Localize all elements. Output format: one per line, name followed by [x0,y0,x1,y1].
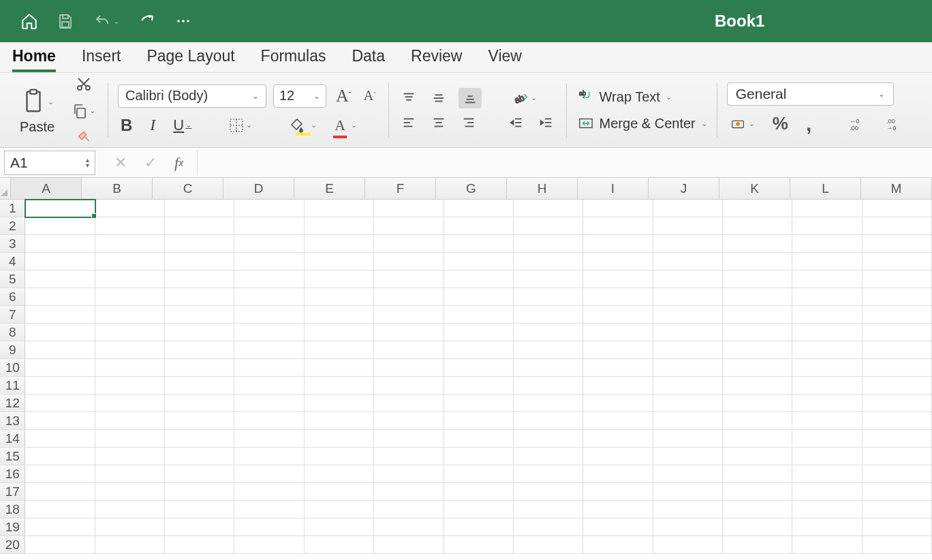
cell[interactable] [374,518,444,536]
cell[interactable] [653,288,723,306]
column-header[interactable]: M [861,178,932,200]
cell[interactable] [653,448,723,465]
increase-indent-icon[interactable] [536,112,557,133]
cell[interactable] [792,518,862,536]
column-header[interactable]: E [294,178,365,200]
cell[interactable] [863,501,932,518]
cell[interactable] [653,483,723,501]
cell[interactable] [25,253,95,270]
cell[interactable] [165,430,234,448]
cell[interactable] [444,430,514,448]
fill-color-icon[interactable]: ⌄ [286,114,320,136]
cell[interactable] [165,235,234,253]
cell[interactable] [863,324,932,341]
cell[interactable] [95,324,165,341]
save-icon[interactable] [57,13,74,29]
cell[interactable] [863,412,932,430]
cell[interactable] [863,536,932,554]
cell[interactable] [583,430,653,448]
underline-button[interactable]: U ⌄ [170,114,194,137]
cell[interactable] [863,394,932,412]
border-icon[interactable]: ⌄ [226,114,255,136]
cell[interactable] [583,412,653,430]
cell[interactable] [723,377,792,394]
cell[interactable] [863,377,932,394]
cell[interactable] [444,200,514,217]
cell[interactable] [514,430,583,448]
cell[interactable] [863,235,932,253]
cell[interactable] [305,448,374,465]
cell[interactable] [444,324,514,341]
cell[interactable] [444,448,514,465]
cell[interactable] [165,536,234,554]
cell[interactable] [234,448,304,465]
cell[interactable] [234,430,304,448]
cell[interactable] [25,394,95,412]
cell[interactable] [25,536,95,554]
cell[interactable] [25,270,95,288]
row-header[interactable]: 2 [0,217,25,235]
row-header[interactable]: 17 [0,483,25,501]
cell[interactable] [374,306,444,324]
tab-data[interactable]: Data [352,42,385,72]
row-header[interactable]: 3 [0,235,25,253]
cell[interactable] [95,518,165,536]
cell[interactable] [792,324,862,341]
align-bottom-icon[interactable] [459,88,482,108]
cell[interactable] [95,270,165,288]
column-header[interactable]: J [649,178,719,200]
cell[interactable] [234,253,304,270]
cell[interactable] [444,377,514,394]
row-header[interactable]: 5 [0,270,25,288]
cell[interactable] [165,253,234,270]
tab-page-layout[interactable]: Page Layout [146,42,234,72]
cell[interactable] [583,253,653,270]
cell[interactable] [165,341,234,359]
cell[interactable] [723,430,792,448]
cell[interactable] [792,306,862,324]
cell[interactable] [792,501,862,518]
cell[interactable] [514,324,583,341]
cell[interactable] [25,235,95,253]
cell[interactable] [305,536,374,554]
cell[interactable] [514,217,583,235]
cell[interactable] [25,306,95,324]
cell[interactable] [863,359,932,377]
column-header[interactable]: B [82,178,153,200]
cell[interactable] [514,270,583,288]
cell[interactable] [514,465,583,483]
cell[interactable] [514,448,583,465]
column-header[interactable]: G [436,178,507,200]
cell[interactable] [305,518,374,536]
cell[interactable] [95,465,165,483]
cell[interactable] [305,465,374,483]
cell[interactable] [863,430,932,448]
cell[interactable] [792,341,862,359]
cell[interactable] [95,394,165,412]
cell[interactable] [792,394,862,412]
cell[interactable] [514,483,583,501]
cell[interactable] [95,430,165,448]
cell[interactable] [25,288,95,306]
cell[interactable] [165,518,234,536]
column-header[interactable]: A [11,178,82,200]
tab-home[interactable]: Home [12,42,56,72]
cell[interactable] [25,412,95,430]
cell[interactable] [863,465,932,483]
cell[interactable] [653,412,723,430]
cell[interactable] [234,217,304,235]
cell[interactable] [25,341,95,359]
cell[interactable] [723,217,792,235]
enter-formula-icon[interactable]: ✓ [142,151,159,174]
cell[interactable] [863,253,932,270]
cell[interactable] [792,483,862,501]
cell[interactable] [374,270,444,288]
cell[interactable] [165,288,234,306]
cell[interactable] [95,217,165,235]
row-header[interactable]: 6 [0,288,25,306]
cell[interactable] [723,235,792,253]
merge-center-button[interactable]: Merge & Center ⌄ [576,116,707,131]
row-header[interactable]: 8 [0,324,25,341]
cell[interactable] [863,306,932,324]
cell[interactable] [234,536,304,554]
